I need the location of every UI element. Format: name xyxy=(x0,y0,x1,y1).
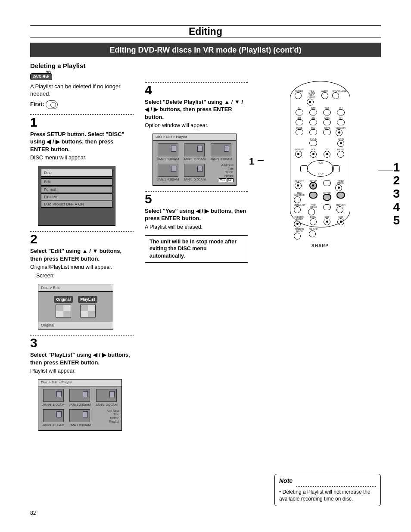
cell-ts: JAN/1 3:00AM xyxy=(94,403,119,408)
ff-button-icon xyxy=(332,165,340,172)
rec-mode-button-icon xyxy=(307,99,314,106)
divider xyxy=(145,82,248,83)
opt: Title xyxy=(209,167,234,171)
divider xyxy=(30,335,134,336)
step-2-body2: Screen: xyxy=(36,272,134,280)
step-1-number: 1 xyxy=(30,116,134,129)
key-5-button-icon xyxy=(309,119,317,125)
opt: Playlist xyxy=(209,174,234,178)
key-0-button-icon xyxy=(309,140,317,146)
opt: Add New xyxy=(209,164,234,167)
timer-prog-button-icon xyxy=(335,184,342,191)
opt: Delete xyxy=(94,417,119,420)
playlist-thumb-icon xyxy=(69,409,90,422)
osd3b-hdr: Disc > Edit > Playlist xyxy=(153,134,236,141)
display-button-icon xyxy=(295,151,302,158)
brand-label: SHARP xyxy=(294,243,346,249)
audio-button-icon xyxy=(321,92,328,99)
osd2-tab-playlist: PlayList xyxy=(78,296,97,303)
return-button-icon xyxy=(336,206,343,213)
playlist-thumb-icon xyxy=(158,164,178,177)
down-button-icon xyxy=(323,204,331,210)
remote-callout-right: 1 2 3 4 5 xyxy=(393,161,400,227)
cell-ts: JAN/1 1:00AM xyxy=(41,403,66,408)
step-2-head: Select "Edit" using ▲ / ▼ buttons, then … xyxy=(30,247,134,262)
thumbnail-icon xyxy=(56,305,71,317)
search-mode-button-icon xyxy=(294,233,301,240)
top-menu-button-icon xyxy=(308,208,315,215)
osd3a-hdr: Disc > Edit > Playlist xyxy=(38,380,121,386)
key-2-button-icon xyxy=(309,109,317,115)
osd1-title: Disc xyxy=(41,169,112,177)
divider xyxy=(30,231,134,232)
intro-text: A Playlist can be deleted if no longer n… xyxy=(30,83,134,98)
remote-illustration: POWER REC MODE REC SPEED AUDIO OPEN/CLOS… xyxy=(290,81,350,227)
playlist-thumb-icon xyxy=(184,164,205,177)
opt: Playlist xyxy=(94,420,119,423)
setup-button-icon xyxy=(310,182,317,189)
left-button-icon xyxy=(309,192,317,198)
step-1-body: DISC menu will appear. xyxy=(30,154,134,162)
note-title: Note xyxy=(279,477,376,485)
up-button-icon xyxy=(323,180,331,186)
cell-ts: JAN/1 4:00AM xyxy=(156,177,181,182)
step-1-head: Press SETUP button. Select "DISC" using … xyxy=(30,131,134,153)
ch-up-button-icon xyxy=(337,109,345,115)
cm-skip-button-icon xyxy=(309,230,316,237)
cell-ts: JAN/1 5:00AM xyxy=(182,177,207,182)
key-6-button-icon xyxy=(323,119,331,125)
key-8-button-icon xyxy=(309,129,317,135)
playlist-thumb-icon xyxy=(69,389,90,402)
dpad-icon: PLAY STOP xyxy=(303,160,337,177)
divider xyxy=(30,114,134,115)
zoom-button-icon xyxy=(310,218,317,225)
subbar: Editing DVD-RW discs in VR mode (Playlis… xyxy=(30,43,381,57)
step-5-head: Select "Yes" using ◀ / ▶ buttons, then p… xyxy=(145,207,248,222)
step-5-number: 5 xyxy=(145,193,248,205)
osd-disc-menu: Disc Edit Format Finalize Disc Protect O… xyxy=(38,166,115,226)
right-button-icon xyxy=(337,192,345,198)
playlist-thumb-icon xyxy=(43,409,64,422)
step-2-number: 2 xyxy=(30,233,134,246)
cell-ts: JAN/1 1:00AM xyxy=(156,157,181,162)
osd1-row: Finalize xyxy=(41,193,112,200)
cell-ts: JAN/1 2:00AM xyxy=(68,403,93,408)
osd-edit-menu: Disc > Edit Original PlayList Original xyxy=(38,284,113,330)
opt: Title xyxy=(94,413,119,416)
open-close-button-icon xyxy=(332,92,339,99)
slow-button-icon xyxy=(337,140,344,147)
step-4-body: Option window will appear. xyxy=(145,122,248,129)
note-body: • Deleting a Playlist will not increase … xyxy=(279,488,376,502)
opt-yes: Yes xyxy=(219,178,226,182)
enter-button-icon xyxy=(323,194,331,200)
cell-ts: JAN/1 3:00AM xyxy=(209,157,234,162)
section-title: Deleting a Playlist xyxy=(30,62,381,70)
page: Editing Editing DVD-RW discs in VR mode … xyxy=(0,0,411,532)
opt: Add New xyxy=(94,409,119,413)
cell-ts: JAN/1 2:00AM xyxy=(182,157,207,162)
col-2: 4 Select "Delete Playlist" using ▲ / ▼ /… xyxy=(145,72,248,431)
key-4-button-icon xyxy=(296,119,303,125)
osd2-hdr: Disc > Edit xyxy=(38,284,113,292)
key-1-button-icon xyxy=(296,109,303,115)
thumbnail-icon xyxy=(80,305,96,317)
key-7-button-icon xyxy=(296,129,303,135)
disc-icon xyxy=(46,100,58,109)
opt: Delete xyxy=(209,171,234,174)
menu-list-button-icon xyxy=(294,206,301,213)
remote-callout-left: 1 xyxy=(249,155,254,168)
rec-otr-button-icon xyxy=(295,182,302,189)
skip-next-button-icon xyxy=(337,218,344,225)
opt-no: No xyxy=(227,178,234,182)
vr-label: VR xyxy=(46,70,51,75)
note-box: Note • Deleting a Playlist will not incr… xyxy=(274,474,381,506)
note-divider xyxy=(296,486,376,487)
content-columns: VR DVD-RW A Playlist can be deleted if n… xyxy=(30,72,381,431)
col-1: VR DVD-RW A Playlist can be deleted if n… xyxy=(30,72,134,431)
playlist-thumb-icon xyxy=(184,143,205,156)
video-tv-button-icon xyxy=(336,129,342,136)
osd1-row: Disc Protect OFF ● ON xyxy=(41,201,112,208)
playlist-thumb-icon xyxy=(158,143,178,156)
playlist-thumb-icon xyxy=(211,143,231,156)
col-3: 1 1 2 3 4 5 POWER REC MODE REC SPEED AUD… xyxy=(259,72,381,431)
